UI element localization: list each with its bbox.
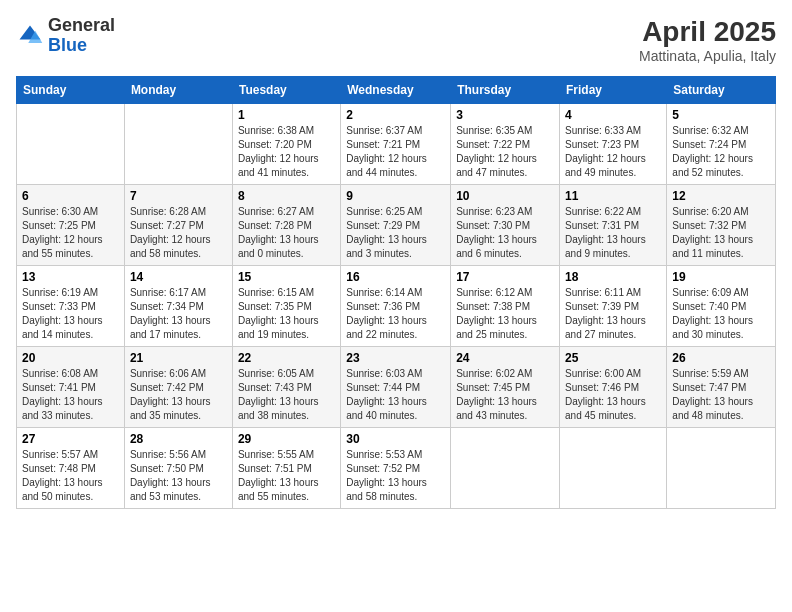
day-number: 1	[238, 108, 335, 122]
day-number: 14	[130, 270, 227, 284]
day-number: 17	[456, 270, 554, 284]
day-number: 22	[238, 351, 335, 365]
calendar-cell: 10 Sunrise: 6:23 AMSunset: 7:30 PMDaylig…	[451, 185, 560, 266]
day-number: 15	[238, 270, 335, 284]
calendar-cell	[667, 428, 776, 509]
calendar-cell: 15 Sunrise: 6:15 AMSunset: 7:35 PMDaylig…	[232, 266, 340, 347]
col-monday: Monday	[124, 77, 232, 104]
calendar-cell: 13 Sunrise: 6:19 AMSunset: 7:33 PMDaylig…	[17, 266, 125, 347]
day-info: Sunrise: 6:25 AMSunset: 7:29 PMDaylight:…	[346, 206, 427, 259]
day-info: Sunrise: 5:56 AMSunset: 7:50 PMDaylight:…	[130, 449, 211, 502]
day-info: Sunrise: 6:11 AMSunset: 7:39 PMDaylight:…	[565, 287, 646, 340]
day-number: 10	[456, 189, 554, 203]
day-info: Sunrise: 6:15 AMSunset: 7:35 PMDaylight:…	[238, 287, 319, 340]
calendar-cell: 19 Sunrise: 6:09 AMSunset: 7:40 PMDaylig…	[667, 266, 776, 347]
day-info: Sunrise: 6:05 AMSunset: 7:43 PMDaylight:…	[238, 368, 319, 421]
calendar-cell: 2 Sunrise: 6:37 AMSunset: 7:21 PMDayligh…	[341, 104, 451, 185]
day-info: Sunrise: 6:22 AMSunset: 7:31 PMDaylight:…	[565, 206, 646, 259]
logo-text: General Blue	[48, 16, 115, 56]
day-info: Sunrise: 6:27 AMSunset: 7:28 PMDaylight:…	[238, 206, 319, 259]
calendar-cell: 18 Sunrise: 6:11 AMSunset: 7:39 PMDaylig…	[560, 266, 667, 347]
calendar-cell: 16 Sunrise: 6:14 AMSunset: 7:36 PMDaylig…	[341, 266, 451, 347]
day-number: 29	[238, 432, 335, 446]
col-saturday: Saturday	[667, 77, 776, 104]
calendar-cell: 9 Sunrise: 6:25 AMSunset: 7:29 PMDayligh…	[341, 185, 451, 266]
day-info: Sunrise: 5:55 AMSunset: 7:51 PMDaylight:…	[238, 449, 319, 502]
page: General Blue April 2025 Mattinata, Apuli…	[0, 0, 792, 612]
col-thursday: Thursday	[451, 77, 560, 104]
calendar-cell: 20 Sunrise: 6:08 AMSunset: 7:41 PMDaylig…	[17, 347, 125, 428]
day-info: Sunrise: 5:53 AMSunset: 7:52 PMDaylight:…	[346, 449, 427, 502]
calendar-cell: 6 Sunrise: 6:30 AMSunset: 7:25 PMDayligh…	[17, 185, 125, 266]
calendar-cell: 30 Sunrise: 5:53 AMSunset: 7:52 PMDaylig…	[341, 428, 451, 509]
day-number: 8	[238, 189, 335, 203]
title-block: April 2025 Mattinata, Apulia, Italy	[639, 16, 776, 64]
calendar-cell: 5 Sunrise: 6:32 AMSunset: 7:24 PMDayligh…	[667, 104, 776, 185]
calendar-cell: 8 Sunrise: 6:27 AMSunset: 7:28 PMDayligh…	[232, 185, 340, 266]
day-info: Sunrise: 6:23 AMSunset: 7:30 PMDaylight:…	[456, 206, 537, 259]
week-row-5: 27 Sunrise: 5:57 AMSunset: 7:48 PMDaylig…	[17, 428, 776, 509]
day-number: 18	[565, 270, 661, 284]
calendar-cell	[451, 428, 560, 509]
day-info: Sunrise: 6:03 AMSunset: 7:44 PMDaylight:…	[346, 368, 427, 421]
calendar-cell: 1 Sunrise: 6:38 AMSunset: 7:20 PMDayligh…	[232, 104, 340, 185]
day-number: 9	[346, 189, 445, 203]
day-number: 21	[130, 351, 227, 365]
day-info: Sunrise: 6:00 AMSunset: 7:46 PMDaylight:…	[565, 368, 646, 421]
day-info: Sunrise: 6:09 AMSunset: 7:40 PMDaylight:…	[672, 287, 753, 340]
day-info: Sunrise: 6:17 AMSunset: 7:34 PMDaylight:…	[130, 287, 211, 340]
header: General Blue April 2025 Mattinata, Apuli…	[16, 16, 776, 64]
day-info: Sunrise: 6:19 AMSunset: 7:33 PMDaylight:…	[22, 287, 103, 340]
calendar-cell: 14 Sunrise: 6:17 AMSunset: 7:34 PMDaylig…	[124, 266, 232, 347]
week-row-1: 1 Sunrise: 6:38 AMSunset: 7:20 PMDayligh…	[17, 104, 776, 185]
day-info: Sunrise: 6:14 AMSunset: 7:36 PMDaylight:…	[346, 287, 427, 340]
day-info: Sunrise: 6:33 AMSunset: 7:23 PMDaylight:…	[565, 125, 646, 178]
col-wednesday: Wednesday	[341, 77, 451, 104]
col-friday: Friday	[560, 77, 667, 104]
day-info: Sunrise: 6:02 AMSunset: 7:45 PMDaylight:…	[456, 368, 537, 421]
location: Mattinata, Apulia, Italy	[639, 48, 776, 64]
logo-icon	[16, 22, 44, 50]
day-info: Sunrise: 6:35 AMSunset: 7:22 PMDaylight:…	[456, 125, 537, 178]
calendar-cell: 24 Sunrise: 6:02 AMSunset: 7:45 PMDaylig…	[451, 347, 560, 428]
calendar-cell: 12 Sunrise: 6:20 AMSunset: 7:32 PMDaylig…	[667, 185, 776, 266]
day-number: 16	[346, 270, 445, 284]
day-info: Sunrise: 5:59 AMSunset: 7:47 PMDaylight:…	[672, 368, 753, 421]
day-number: 13	[22, 270, 119, 284]
day-info: Sunrise: 6:06 AMSunset: 7:42 PMDaylight:…	[130, 368, 211, 421]
week-row-2: 6 Sunrise: 6:30 AMSunset: 7:25 PMDayligh…	[17, 185, 776, 266]
day-info: Sunrise: 6:08 AMSunset: 7:41 PMDaylight:…	[22, 368, 103, 421]
calendar-cell: 21 Sunrise: 6:06 AMSunset: 7:42 PMDaylig…	[124, 347, 232, 428]
day-number: 30	[346, 432, 445, 446]
day-number: 11	[565, 189, 661, 203]
month-title: April 2025	[639, 16, 776, 48]
calendar-cell	[560, 428, 667, 509]
calendar-cell: 25 Sunrise: 6:00 AMSunset: 7:46 PMDaylig…	[560, 347, 667, 428]
calendar-cell: 3 Sunrise: 6:35 AMSunset: 7:22 PMDayligh…	[451, 104, 560, 185]
day-number: 19	[672, 270, 770, 284]
logo-general-text: General	[48, 15, 115, 35]
calendar-cell	[124, 104, 232, 185]
calendar-cell: 26 Sunrise: 5:59 AMSunset: 7:47 PMDaylig…	[667, 347, 776, 428]
calendar-cell: 7 Sunrise: 6:28 AMSunset: 7:27 PMDayligh…	[124, 185, 232, 266]
calendar-cell: 27 Sunrise: 5:57 AMSunset: 7:48 PMDaylig…	[17, 428, 125, 509]
week-row-3: 13 Sunrise: 6:19 AMSunset: 7:33 PMDaylig…	[17, 266, 776, 347]
day-number: 2	[346, 108, 445, 122]
calendar-cell	[17, 104, 125, 185]
day-number: 3	[456, 108, 554, 122]
week-row-4: 20 Sunrise: 6:08 AMSunset: 7:41 PMDaylig…	[17, 347, 776, 428]
day-info: Sunrise: 6:12 AMSunset: 7:38 PMDaylight:…	[456, 287, 537, 340]
col-tuesday: Tuesday	[232, 77, 340, 104]
calendar-cell: 11 Sunrise: 6:22 AMSunset: 7:31 PMDaylig…	[560, 185, 667, 266]
logo-blue-text: Blue	[48, 35, 87, 55]
day-info: Sunrise: 6:32 AMSunset: 7:24 PMDaylight:…	[672, 125, 753, 178]
day-number: 23	[346, 351, 445, 365]
calendar-cell: 23 Sunrise: 6:03 AMSunset: 7:44 PMDaylig…	[341, 347, 451, 428]
day-number: 4	[565, 108, 661, 122]
calendar-cell: 17 Sunrise: 6:12 AMSunset: 7:38 PMDaylig…	[451, 266, 560, 347]
day-number: 5	[672, 108, 770, 122]
day-number: 7	[130, 189, 227, 203]
day-number: 12	[672, 189, 770, 203]
day-number: 27	[22, 432, 119, 446]
day-info: Sunrise: 6:38 AMSunset: 7:20 PMDaylight:…	[238, 125, 319, 178]
